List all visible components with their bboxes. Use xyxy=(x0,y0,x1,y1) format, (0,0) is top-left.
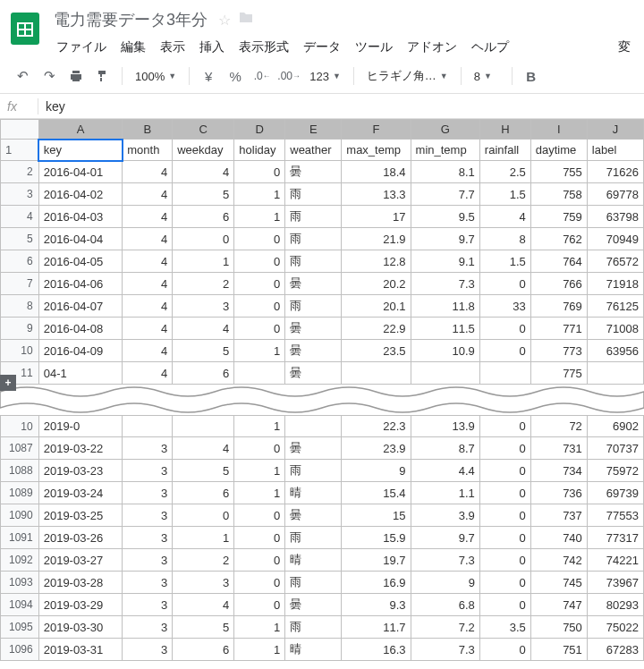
cell[interactable]: 2019-03-26 xyxy=(38,527,123,549)
cell[interactable]: 75022 xyxy=(587,616,643,639)
cell[interactable]: 2019-03-22 xyxy=(38,437,123,460)
cell[interactable]: rainfall xyxy=(479,140,530,161)
cell[interactable]: 6 xyxy=(173,206,234,228)
cell[interactable]: 764 xyxy=(530,250,587,273)
cell[interactable]: 雨 xyxy=(285,228,342,250)
cell[interactable]: 2016-04-01 xyxy=(38,161,123,183)
cell[interactable]: 0 xyxy=(234,504,285,527)
cell[interactable]: 0 xyxy=(479,318,530,340)
row-number[interactable]: 1094 xyxy=(1,594,39,616)
cell[interactable]: 7.3 xyxy=(411,549,479,572)
cell[interactable]: 742 xyxy=(530,549,587,572)
cell[interactable]: 4 xyxy=(173,161,234,183)
cell[interactable]: 5 xyxy=(173,616,234,639)
cell[interactable]: 4.4 xyxy=(411,460,479,482)
cell[interactable]: 19.7 xyxy=(342,549,411,572)
col-header[interactable]: D xyxy=(234,120,285,140)
cell[interactable]: 0 xyxy=(234,594,285,616)
menu-insert[interactable]: 挿入 xyxy=(193,36,231,59)
cell[interactable]: min_temp xyxy=(411,140,479,161)
cell[interactable]: 雨 xyxy=(285,527,342,549)
cell[interactable]: weekday xyxy=(173,140,234,161)
cell[interactable]: 5 xyxy=(173,460,234,482)
row-number[interactable]: 1 xyxy=(1,140,39,161)
cell[interactable]: 4 xyxy=(123,362,173,385)
percent-button[interactable]: % xyxy=(224,64,247,88)
cell[interactable]: 1 xyxy=(234,416,285,437)
sheets-logo-icon[interactable] xyxy=(7,11,43,47)
cell[interactable]: 2019-03-23 xyxy=(38,460,123,482)
zoom-dropdown[interactable]: 100% ▼ xyxy=(130,66,182,87)
cell[interactable] xyxy=(285,416,342,437)
cell[interactable]: 734 xyxy=(530,460,587,482)
cell[interactable]: 3 xyxy=(173,295,234,318)
add-rows-button[interactable]: + xyxy=(0,375,16,391)
cell[interactable]: 2 xyxy=(173,273,234,295)
cell[interactable]: 15.4 xyxy=(342,482,411,504)
cell[interactable]: 15.9 xyxy=(342,527,411,549)
cell[interactable]: 雨 xyxy=(285,206,342,228)
cell[interactable] xyxy=(123,416,173,437)
cell[interactable]: 737 xyxy=(530,504,587,527)
row-number[interactable]: 1088 xyxy=(1,460,39,482)
cell[interactable]: 11.7 xyxy=(342,616,411,639)
cell[interactable]: 0 xyxy=(234,437,285,460)
col-header[interactable]: C xyxy=(173,120,234,140)
cell[interactable]: 4 xyxy=(173,594,234,616)
cell[interactable]: 769 xyxy=(530,295,587,318)
cell[interactable]: 1 xyxy=(173,250,234,273)
row-number[interactable]: 6 xyxy=(1,250,39,273)
cell[interactable]: holiday xyxy=(234,140,285,161)
cell[interactable] xyxy=(479,362,530,385)
cell[interactable]: 2016-04-09 xyxy=(38,340,123,362)
cell[interactable] xyxy=(587,362,643,385)
cell[interactable]: label xyxy=(587,140,643,161)
cell[interactable]: 0 xyxy=(479,460,530,482)
cell[interactable]: 3 xyxy=(123,594,173,616)
cell[interactable]: 745 xyxy=(530,572,587,594)
cell[interactable]: 0 xyxy=(234,273,285,295)
cell[interactable]: 曇 xyxy=(285,340,342,362)
menu-data[interactable]: データ xyxy=(297,36,347,59)
cell[interactable]: 3 xyxy=(123,549,173,572)
cell[interactable]: 8 xyxy=(479,228,530,250)
cell[interactable]: 1.5 xyxy=(479,183,530,206)
row-number[interactable]: 1089 xyxy=(1,482,39,504)
row-number[interactable]: 9 xyxy=(1,318,39,340)
row-number[interactable]: 1095 xyxy=(1,616,39,639)
cell[interactable]: 曇 xyxy=(285,504,342,527)
row-number[interactable]: 1090 xyxy=(1,504,39,527)
cell[interactable]: 4 xyxy=(123,206,173,228)
redo-icon[interactable]: ↷ xyxy=(38,64,61,88)
cell[interactable]: 3 xyxy=(123,504,173,527)
menu-extra[interactable]: 変 xyxy=(612,36,637,59)
cell[interactable]: 16.3 xyxy=(342,639,411,661)
spreadsheet[interactable]: + A B C D E F G H I J 1keymonthweekdayho… xyxy=(0,119,644,661)
font-dropdown[interactable]: ヒラギノ角… ▼ xyxy=(361,64,453,88)
cell[interactable]: 0 xyxy=(234,572,285,594)
cell[interactable]: 2016-04-07 xyxy=(38,295,123,318)
cell[interactable]: 71626 xyxy=(587,161,643,183)
cell[interactable]: 740 xyxy=(530,527,587,549)
cell[interactable]: 1 xyxy=(234,460,285,482)
cell[interactable]: 771 xyxy=(530,318,587,340)
row-number[interactable]: 1091 xyxy=(1,527,39,549)
number-format-dropdown[interactable]: 123 ▼ xyxy=(304,66,346,87)
formula-value[interactable]: key xyxy=(46,99,65,114)
cell[interactable]: 8.7 xyxy=(411,437,479,460)
cell[interactable]: 76125 xyxy=(587,295,643,318)
cell[interactable]: 16.9 xyxy=(342,572,411,594)
cell[interactable]: 4 xyxy=(123,250,173,273)
cell[interactable]: 曇 xyxy=(285,362,342,385)
cell[interactable]: 3 xyxy=(123,482,173,504)
cell[interactable]: 1 xyxy=(234,206,285,228)
col-header[interactable]: H xyxy=(479,120,530,140)
cell[interactable]: 3.9 xyxy=(411,504,479,527)
cell[interactable]: 775 xyxy=(530,362,587,385)
col-header[interactable]: B xyxy=(123,120,173,140)
cell[interactable]: 20.1 xyxy=(342,295,411,318)
cell[interactable]: 731 xyxy=(530,437,587,460)
cell[interactable]: 2016-04-06 xyxy=(38,273,123,295)
decrease-decimal-button[interactable]: .0← xyxy=(250,64,274,88)
cell[interactable]: 2.5 xyxy=(479,161,530,183)
